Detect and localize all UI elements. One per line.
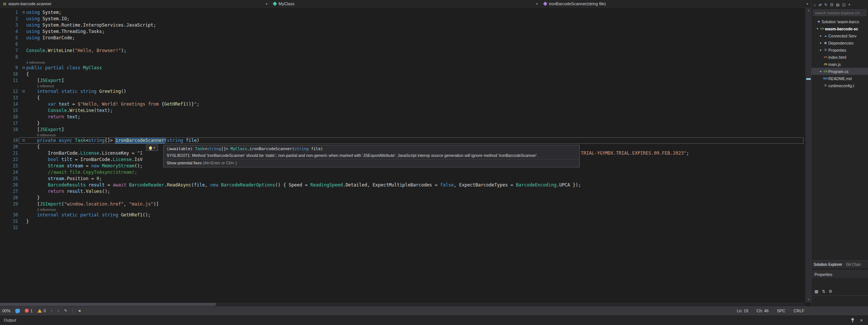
line-number[interactable]: 29 <box>0 201 21 207</box>
line-number[interactable]: 26 <box>0 182 21 188</box>
codelens-references[interactable]: 2 references <box>0 207 805 212</box>
tree-expander-icon[interactable]: ▸ <box>819 70 823 73</box>
code-line-24[interactable]: 24 //await file.CopyToAsync(stream); <box>0 169 805 176</box>
switch-views-icon[interactable]: ⇄ <box>819 3 822 7</box>
sort-alphabetical-icon[interactable]: ⇅ <box>822 289 825 294</box>
back-icon[interactable]: ◄ <box>78 309 81 313</box>
property-pages-icon[interactable]: ⚙ <box>829 289 832 294</box>
spaces-indicator[interactable]: SPC <box>777 309 786 313</box>
code-line-11[interactable]: 11 [JSExport] <box>0 78 805 84</box>
fold-marker-icon[interactable]: ⊟ <box>21 65 26 71</box>
output-title[interactable]: Output <box>4 318 16 322</box>
codelens-label[interactable]: 2 references <box>21 207 56 212</box>
code-line-28[interactable]: 28 } <box>0 195 805 201</box>
line-number[interactable]: 6 <box>0 41 21 48</box>
breadcrumb-project-dropdown[interactable]: ▤ wasm-barcode-scanner ▾ <box>0 0 270 7</box>
code-line-29[interactable]: 29 [JSImport("window.location.href", "ma… <box>0 201 805 207</box>
close-icon[interactable]: × <box>860 318 863 323</box>
chevron-down-icon[interactable]: ▾ <box>154 146 155 149</box>
line-number[interactable]: 27 <box>0 188 21 195</box>
collapse-all-icon[interactable]: ⊟ <box>830 3 833 7</box>
code-line-4[interactable]: 4using System.Threading.Tasks; <box>0 28 805 35</box>
tree-item-wasm-barcode-sc[interactable]: ▾C#wasm-barcode-sc <box>811 25 868 32</box>
line-number[interactable]: 20 <box>0 144 21 150</box>
code-line-19[interactable]: 19⊟ private async Task<string[]> ironBar… <box>0 137 805 144</box>
breadcrumb-member-dropdown[interactable]: ironBarcodeScanner(string file) ▾ <box>541 0 811 7</box>
line-number[interactable]: 22 <box>0 157 21 163</box>
home-icon[interactable]: ⌂ <box>814 3 816 7</box>
code-line-7[interactable]: 7Console.WriteLine("Hello, Browser!"); <box>0 48 805 54</box>
code-line-16[interactable]: 16 return text; <box>0 114 805 120</box>
tree-item-dependencies[interactable]: ▸▣Dependencies <box>811 39 868 46</box>
vertical-scrollbar[interactable]: ▲ ▼ <box>805 8 811 303</box>
zoom-level[interactable]: 00% <box>2 309 10 313</box>
code-editor[interactable]: 1⊟using System;2using System.IO;3using S… <box>0 8 805 303</box>
codelens-label[interactable]: 1 reference <box>21 84 54 88</box>
tree-item-solution-wasm-barco[interactable]: ◆Solution 'wasm-barco <box>811 18 868 25</box>
line-number[interactable]: 30 <box>0 212 21 218</box>
line-number[interactable]: 19 <box>0 137 21 144</box>
line-number[interactable]: 21 <box>0 150 21 157</box>
line-number[interactable]: 11 <box>0 78 21 84</box>
refresh-icon[interactable]: ↻ <box>824 3 827 7</box>
error-count[interactable]: × 1 <box>25 309 33 313</box>
codelens-references[interactable]: 4 references <box>0 60 805 65</box>
tree-item-readme-md[interactable]: MDREADME.md <box>811 75 868 82</box>
code-line-3[interactable]: 3using System.Runtime.InteropServices.Ja… <box>0 22 805 28</box>
chevron-down-icon[interactable]: ▾ <box>266 2 267 6</box>
arrow-down-icon[interactable]: ↓ <box>57 309 59 313</box>
chevron-down-icon[interactable]: ▾ <box>807 2 808 6</box>
breadcrumb-type-dropdown[interactable]: MyClass ▾ <box>270 0 541 7</box>
line-number[interactable]: 31 <box>0 218 21 225</box>
arrow-up-icon[interactable]: ↑ <box>51 309 52 313</box>
fold-marker-icon[interactable]: ⊟ <box>21 137 26 144</box>
line-number[interactable]: 3 <box>0 22 21 28</box>
line-number[interactable]: 2 <box>0 16 21 22</box>
tree-item-program-cs[interactable]: ▸C#Program.cs <box>811 68 868 75</box>
code-line-27[interactable]: 27 return result.Values(); <box>0 188 805 195</box>
line-number[interactable]: 10 <box>0 71 21 78</box>
code-line-31[interactable]: 31} <box>0 218 805 225</box>
code-line-5[interactable]: 5using IronBarCode; <box>0 35 805 41</box>
scroll-up-icon[interactable]: ▲ <box>805 8 811 13</box>
line-ending-indicator[interactable]: CRLF <box>793 309 804 313</box>
quick-actions-lightbulb[interactable]: ▾ <box>146 145 158 151</box>
code-line-9[interactable]: 9⊟public partial class MyClass <box>0 65 805 71</box>
line-number[interactable]: 16 <box>0 114 21 120</box>
line-number[interactable]: 24 <box>0 169 21 176</box>
line-indicator[interactable]: Ln: 19 <box>737 309 749 313</box>
horizontal-scrollbar-thumb[interactable] <box>0 303 216 306</box>
line-number[interactable]: 15 <box>0 107 21 114</box>
tree-expander-icon[interactable]: ▾ <box>816 27 819 30</box>
feedback-icon[interactable] <box>15 309 20 313</box>
preview-selected-icon[interactable]: ◫ <box>842 3 846 7</box>
line-number[interactable]: 25 <box>0 176 21 182</box>
line-number[interactable]: 1 <box>0 9 21 16</box>
tab-solution-explorer[interactable]: Solution Explorer <box>814 262 842 267</box>
line-number[interactable]: 17 <box>0 120 21 127</box>
highlighted-symbol[interactable]: ironBarcodeScanner <box>115 138 164 143</box>
show-all-files-icon[interactable]: ▤ <box>836 3 839 7</box>
tree-expander-icon[interactable]: ▸ <box>819 41 823 45</box>
code-line-18[interactable]: 18 [JSExport] <box>0 127 805 133</box>
line-number[interactable]: 9 <box>0 65 21 71</box>
code-line-8[interactable]: 8 <box>0 54 805 60</box>
code-line-26[interactable]: 26 BarcodeResults result = await Barcode… <box>0 182 805 188</box>
codelens-references[interactable]: 1 reference <box>0 84 805 88</box>
fix-link-label[interactable]: Show potential fixes <box>167 161 201 165</box>
add-icon[interactable]: + <box>848 3 850 7</box>
tree-item-connected-serv[interactable]: ▸☁Connected Serv <box>811 32 868 39</box>
code-line-15[interactable]: 15 Console.WriteLine(text); <box>0 107 805 114</box>
line-number[interactable]: 13 <box>0 95 21 101</box>
tree-expander-icon[interactable]: ▸ <box>819 34 823 37</box>
pin-icon[interactable] <box>851 318 855 323</box>
horizontal-scrollbar[interactable] <box>0 303 805 306</box>
line-number[interactable]: 18 <box>0 127 21 133</box>
code-line-1[interactable]: 1⊟using System; <box>0 9 805 16</box>
fold-marker-icon[interactable]: ⊟ <box>21 9 26 16</box>
solution-search-input[interactable]: Search Solution Explorer (Ct <box>813 9 867 16</box>
categorized-icon[interactable]: ▦ <box>814 289 818 294</box>
tree-expander-icon[interactable]: ▸ <box>819 48 823 52</box>
code-line-6[interactable]: 6 <box>0 41 805 48</box>
line-number[interactable]: 23 <box>0 163 21 169</box>
